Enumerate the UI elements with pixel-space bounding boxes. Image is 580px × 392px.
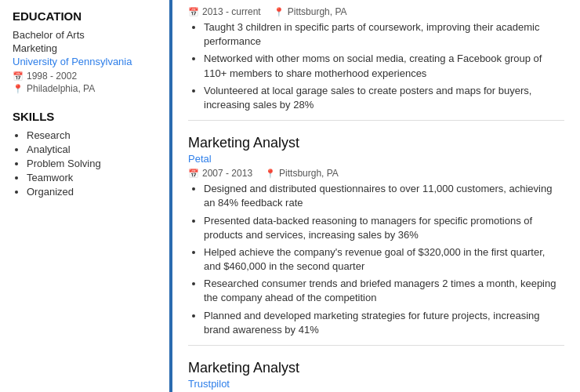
edu-location: Philadelphia, PA [13,83,157,94]
skill-item: Analytical [27,143,157,155]
education-heading: EDUCATION [13,9,157,23]
calendar-icon [188,168,199,179]
sidebar: EDUCATION Bachelor of Arts Marketing Uni… [0,0,172,392]
job-location: Pittsburgh, PA [274,6,347,17]
edu-major: Marketing [13,42,157,54]
pin-icon [265,168,276,179]
job-section: 2013 - current Pittsburgh, PA Taught 3 c… [188,6,564,121]
skills-list: ResearchAnalyticalProblem SolvingTeamwor… [13,129,157,198]
job-dates: 2013 - current [188,6,261,17]
skills-heading: SKILLS [13,110,157,123]
job-location-text: Pittsburgh, PA [279,168,339,179]
job-location: Pittsburgh, PA [265,168,339,179]
job-company: Petal [188,153,564,165]
skill-item: Organized [27,186,157,198]
job-dates: 2007 - 2013 [188,168,252,179]
job-title: Marketing Analyst [188,135,564,151]
bullet-item: Researched consumer trends and briefed m… [204,277,564,305]
job-meta: 2007 - 2013 Pittsburgh, PA [188,168,564,179]
main-content: 2013 - current Pittsburgh, PA Taught 3 c… [172,0,580,392]
bullet-item: Networked with other moms on social medi… [204,52,564,80]
bullet-item: Helped achieve the company's revenue goa… [204,245,564,274]
bullet-item: Designed and distributed questionnaires … [204,182,564,210]
job-dates-text: 2013 - current [202,6,261,17]
bullet-item: Taught 3 children in specific parts of c… [204,20,564,49]
job-title: Marketing Analyst [188,360,564,376]
job-meta: 2013 - current Pittsburgh, PA [188,6,564,17]
section-divider [188,120,564,121]
job-section: Marketing AnalystPetal 2007 - 2013 Pitts… [188,135,564,346]
section-divider [188,345,564,346]
job-section: Marketing AnalystTrustpilot 2002 - 2007 … [188,360,564,392]
edu-university: University of Pennsylvania [13,56,157,67]
skill-item: Problem Solving [27,158,157,169]
job-dates-text: 2007 - 2013 [202,168,252,179]
skill-item: Research [27,129,157,141]
edu-location-text: Philadelphia, PA [27,83,95,94]
pin-icon [13,83,24,94]
job-location-text: Pittsburgh, PA [288,6,347,17]
bullet-item: Planned and developed marketing strategi… [204,309,564,337]
pin-icon [274,6,285,17]
job-bullets: Designed and distributed questionnaires … [188,182,564,337]
job-bullets: Taught 3 children in specific parts of c… [188,20,564,112]
skill-item: Teamwork [27,172,157,183]
job-company: Trustpilot [188,378,564,390]
calendar-icon [188,6,199,17]
calendar-icon [13,71,24,82]
bullet-item: Volunteered at local garage sales to cre… [204,84,564,112]
bullet-item: Presented data-backed reasoning to manag… [204,214,564,242]
edu-degree: Bachelor of Arts [13,29,157,41]
edu-dates: 1998 - 2002 [13,71,157,82]
edu-dates-text: 1998 - 2002 [27,71,77,82]
